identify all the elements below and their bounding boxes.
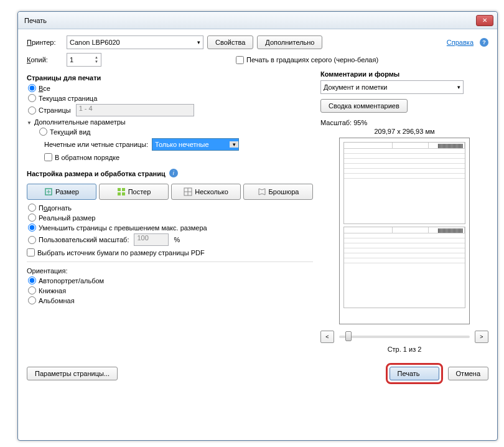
help-icon[interactable]: ?: [480, 38, 488, 47]
svg-rect-4: [122, 192, 125, 195]
summarize-comments-button[interactable]: Сводка комментариев: [320, 99, 408, 113]
print-button-highlight: Печать: [386, 363, 443, 384]
window-title: Печать: [24, 17, 476, 24]
preview-doc-1: [343, 142, 465, 224]
tab-booklet[interactable]: Брошюра: [243, 184, 313, 200]
print-preview: [339, 138, 470, 324]
orientation-title: Ориентация:: [27, 267, 313, 275]
oddeven-label: Нечетные или четные страницы:: [44, 141, 148, 148]
multiple-icon: [184, 187, 192, 196]
scale-label: Масштаб: 95%: [320, 119, 488, 126]
radio-shrink[interactable]: Уменьшить страницы с превышением макс. р…: [28, 224, 313, 232]
oddeven-select[interactable]: Только нечетные: [152, 138, 239, 151]
copies-up[interactable]: ▲: [95, 55, 98, 60]
reverse-checkbox[interactable]: В обратном порядке: [44, 153, 313, 161]
radio-current-view[interactable]: Текущий вид: [39, 128, 313, 136]
copies-input[interactable]: 1 ▲▼: [67, 53, 101, 67]
copies-down[interactable]: ▼: [95, 60, 98, 64]
page-slider[interactable]: [339, 336, 470, 338]
size-icon: [44, 187, 53, 196]
booklet-icon: [258, 187, 266, 196]
pages-range-input[interactable]: 1 - 4: [76, 104, 194, 116]
printer-label: Принтер:: [27, 39, 63, 46]
grayscale-checkbox[interactable]: Печать в градациях серого (черно-белая): [236, 56, 378, 64]
prev-page-button[interactable]: <: [320, 331, 334, 343]
radio-pages[interactable]: Страницы 1 - 4: [28, 104, 313, 116]
radio-orient-auto[interactable]: Автопортрет/альбом: [28, 276, 313, 285]
titlebar: Печать ✕: [18, 12, 497, 29]
page-setup-button[interactable]: Параметры страницы...: [27, 367, 118, 380]
advanced-button[interactable]: Дополнительно: [257, 35, 322, 49]
tab-multiple[interactable]: Несколько: [171, 184, 241, 200]
radio-actual[interactable]: Реальный размер: [28, 214, 313, 222]
copies-label: Копий:: [27, 56, 63, 64]
slider-thumb[interactable]: [345, 331, 352, 341]
svg-rect-3: [118, 192, 121, 195]
svg-rect-2: [122, 188, 125, 191]
info-icon[interactable]: i: [169, 169, 178, 177]
svg-rect-1: [118, 188, 121, 191]
cancel-button[interactable]: Отмена: [448, 367, 488, 380]
radio-all[interactable]: Все: [28, 84, 313, 92]
help-link[interactable]: Справка: [447, 39, 474, 46]
radio-fit[interactable]: Подогнать: [28, 204, 313, 212]
comments-section-title: Комментарии и формы: [320, 70, 488, 78]
radio-orient-portrait[interactable]: Книжная: [28, 286, 313, 294]
next-page-button[interactable]: >: [475, 331, 488, 343]
sizing-section-title: Настройка размера и обработка страниц: [27, 170, 166, 177]
close-button[interactable]: ✕: [476, 15, 493, 26]
properties-button[interactable]: Свойства: [207, 35, 253, 49]
custom-scale-input[interactable]: 100: [134, 233, 169, 246]
tab-poster[interactable]: Постер: [99, 184, 169, 200]
dimensions-label: 209,97 x 296,93 мм: [320, 128, 488, 135]
paper-source-checkbox[interactable]: Выбрать источник бумаги по размеру стран…: [27, 248, 313, 256]
print-dialog: Печать ✕ Принтер: Canon LBP6020 Свойства…: [17, 11, 498, 441]
poster-icon: [117, 187, 126, 196]
preview-doc-2: [343, 227, 465, 309]
radio-custom-scale[interactable]: Пользовательский масштаб: 100%: [28, 233, 313, 246]
tab-size[interactable]: Размер: [27, 184, 96, 200]
print-button[interactable]: Печать: [390, 367, 439, 380]
pages-section-title: Страницы для печати: [27, 74, 313, 82]
radio-orient-landscape[interactable]: Альбомная: [28, 296, 313, 304]
more-options-expander[interactable]: Дополнительные параметры: [27, 118, 313, 126]
printer-select[interactable]: Canon LBP6020: [67, 35, 203, 49]
page-count-label: Стр. 1 из 2: [320, 346, 488, 353]
radio-current[interactable]: Текущая страница: [28, 94, 313, 102]
comments-select[interactable]: Документ и пометки: [320, 80, 464, 94]
